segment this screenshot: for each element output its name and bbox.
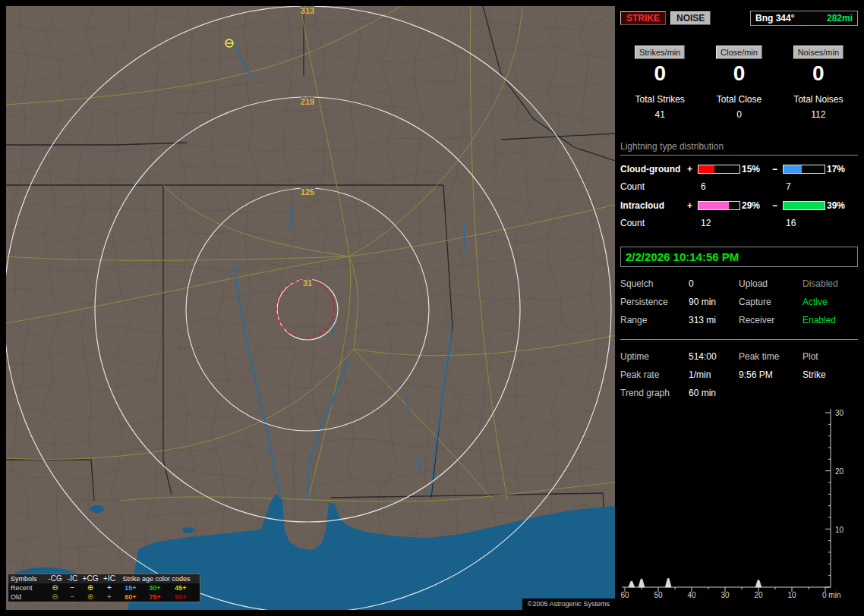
pos-ic-recent-icon: + [100,584,118,592]
clock-box: 2/2/2026 10:14:56 PM [620,247,858,267]
age-code-60: 60+ [118,593,143,601]
map-canvas: 313 219 125 31 [6,6,615,610]
receiver-value: Enabled [803,315,858,325]
x-tick-label: 60 [620,591,629,599]
noise-mode-button[interactable]: NOISE [670,11,711,25]
persistence-label: Persistence [620,297,689,307]
trend-x-labels: 6050403020100 min [620,591,840,599]
peak-rate-label: Peak rate [620,369,689,380]
trend-tick-marks [625,413,831,592]
intracloud-label: Intracloud [620,200,687,211]
pos-ic-old-icon: + [100,593,118,601]
divider [620,339,858,340]
x-tick-label: 50 [654,591,663,599]
ring-label-31: 31 [303,278,312,288]
rate-spike [665,578,671,587]
trend-axes [622,409,831,587]
receiver-label: Receiver [739,315,803,325]
age-code-75: 75+ [143,593,167,601]
ic-minus-pct: 39% [827,200,858,211]
ic-minus-bar-fill [784,202,825,209]
total-strikes-value: 41 [620,109,699,120]
neg-ic-recent-icon: − [65,584,80,592]
rate-values: 0 0 0 [620,62,858,85]
noises-per-min-value: 0 [779,62,858,85]
strike-rate-spikes [629,578,762,587]
x-tick-label: 30 [721,591,730,599]
x-tick-label: 20 [754,591,763,599]
legend-symbols-header: Symbols [11,575,46,583]
status-row-squelch: Squelch 0 Upload Disabled [620,278,858,289]
trend-graph-window: 60 min [689,388,739,398]
total-labels: Total Strikes Total Close Total Noises [620,94,858,105]
peak-rate-value: 1/min [689,369,739,380]
y-tick-20: 20 [835,467,844,476]
bearing-readout: Bng 344° 282mi [750,11,858,26]
squelch-value: 0 [689,278,739,289]
plus-sign: + [687,164,698,174]
map-legend: Symbols -CG -IC +CG +IC Strike age color… [8,574,200,602]
noises-per-min-button[interactable]: Noises/min [793,46,844,59]
bearing-label: Bng 344° [755,13,794,24]
legend-col-pos-cg: +CG [80,575,100,583]
close-per-min-value: 0 [699,62,778,85]
rate-headers: Strikes/min Close/min Noises/min [620,46,858,59]
range-label: Range [620,315,689,325]
peak-time-label: Peak time [739,351,803,362]
total-close-value: 0 [699,109,778,120]
plot-column-label: Plot [803,351,858,362]
total-close-label: Total Close [699,94,778,105]
cg-minus-bar [783,165,825,174]
cg-plus-count: 6 [698,181,742,192]
status-row-persistence: Persistence 90 min Capture Active [620,297,858,307]
capture-label: Capture [739,297,803,307]
ic-plus-bar-fill [698,202,729,209]
total-strikes-label: Total Strikes [620,94,699,105]
legend-col-pos-ic: +IC [100,575,118,583]
cloud-ground-row: Cloud-ground + 15% − 17% [620,164,858,174]
pos-cg-recent-icon: ⊕ [80,584,100,592]
count-label: Count [620,218,687,228]
rate-spike [755,580,762,587]
neg-cg-old-icon: ⊖ [46,593,65,601]
legend-row-recent: Recent [11,584,46,592]
plot-mode-value: Strike [803,369,858,380]
uptime-label: Uptime [620,351,689,362]
intracloud-row: Intracloud + 29% − 39% [620,200,858,211]
squelch-label: Squelch [620,278,689,289]
capture-value: Active [803,297,858,307]
strike-mode-button[interactable]: STRIKE [620,11,666,25]
cg-minus-bar-fill [784,165,802,173]
copyright: ©2005 Astrogenic Systems [522,599,615,610]
total-values: 41 0 112 [620,109,858,120]
trend-graph-row: Trend graph 60 min [620,388,858,398]
stats-row-uptime: Uptime 514:00 Peak time Plot [620,351,858,362]
status-row-range: Range 313 mi Receiver Enabled [620,315,858,325]
persistence-value: 90 min [689,297,739,307]
peak-time-value: 9:56 PM [739,369,803,380]
strikes-per-min-value: 0 [620,62,699,85]
distribution-title: Lightning type distribution [620,141,858,156]
cg-plus-bar [698,165,740,174]
count-label: Count [620,181,687,192]
total-noises-value: 112 [779,109,858,120]
strikes-per-min-button[interactable]: Strikes/min [635,46,685,59]
legend-col-neg-ic: -IC [65,575,80,583]
intracloud-count-row: Count 12 16 [620,218,858,228]
ic-minus-count: 16 [783,218,827,228]
legend-row-old: Old [11,593,46,601]
range-value: 313 mi [689,315,739,325]
rate-spike [629,581,635,587]
upload-label: Upload [739,278,803,289]
neg-cg-recent-icon: ⊖ [46,584,65,592]
uptime-value: 514:00 [689,351,739,362]
close-per-min-button[interactable]: Close/min [716,46,762,59]
cg-plus-pct: 15% [742,164,772,174]
x-tick-label: 40 [687,591,696,599]
age-code-15: 15+ [118,584,143,592]
ic-plus-count: 12 [698,218,742,228]
map-view[interactable]: 313 219 125 31 Symbols -CG -IC +CG +IC S… [6,6,615,610]
legend-col-neg-cg: -CG [46,575,65,583]
minus-sign: − [772,164,783,174]
total-noises-label: Total Noises [779,94,858,105]
